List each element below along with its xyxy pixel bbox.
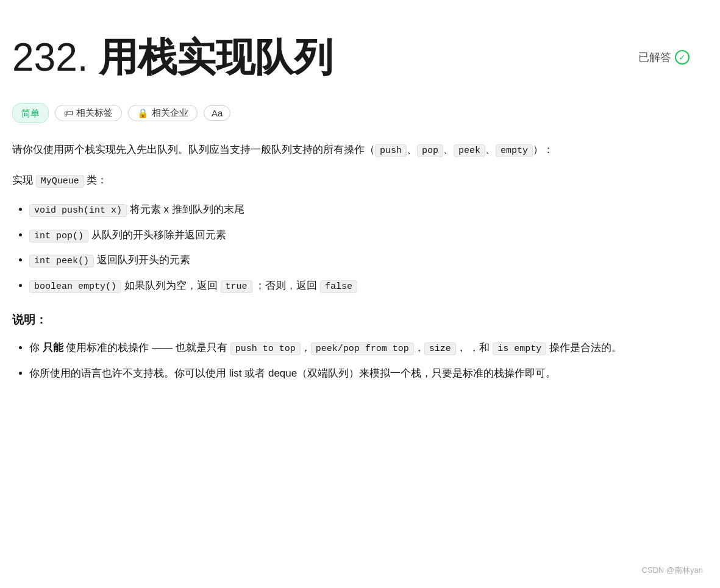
note1-end: 操作是合法的。	[549, 342, 622, 353]
size-code: size	[424, 342, 456, 355]
list-item: void push(int x) 将元素 x 推到队列的末尾	[29, 200, 690, 219]
note2-text: 你所使用的语言也许不支持栈。你可以使用 list 或者 deque（双端队列）来…	[29, 367, 556, 379]
method-false-code: false	[320, 280, 357, 293]
desc-mid1: 、	[407, 144, 417, 155]
list-item: int pop() 从队列的开头移除并返回元素	[29, 225, 690, 245]
push-code: push	[375, 144, 407, 157]
method-boolean-empty-desc-before: 如果队列为空，返回	[124, 280, 218, 291]
method-int-pop: int pop()	[29, 230, 88, 243]
problem-description: 请你仅使用两个栈实现先入先出队列。队列应当支持一般队列支持的所有操作（push、…	[12, 140, 690, 160]
myqueue-class-code: MyQueue	[36, 175, 84, 188]
peek-code: peek	[454, 144, 485, 157]
method-void-push: void push(int x)	[29, 204, 127, 217]
note1-prefix: 你	[29, 342, 40, 353]
related-tags-label: 相关标签	[76, 107, 113, 119]
font-size-button[interactable]: Aa	[204, 105, 230, 121]
note1-middle: 使用标准的栈操作 —— 也就是只有	[66, 342, 227, 353]
related-company-label: 相关企业	[152, 107, 188, 119]
related-company-button[interactable]: 🔒 相关企业	[128, 105, 198, 121]
desc-intro: 请你仅使用两个栈实现先入先出队列。队列应当支持一般队列支持的所有操作（	[12, 144, 375, 155]
list-item: boolean empty() 如果队列为空，返回 true ；否则，返回 fa…	[29, 276, 690, 296]
method-boolean-empty: boolean empty()	[29, 280, 121, 293]
problem-number: 232.	[12, 35, 88, 79]
footer-credit: CSDN @南林yan	[641, 564, 703, 577]
desc-outro: ）：	[533, 144, 554, 155]
list-item: 你所使用的语言也许不支持栈。你可以使用 list 或者 deque（双端队列）来…	[29, 364, 690, 383]
implement-section: 实现 MyQueue 类：	[12, 171, 690, 190]
problem-title-text: 用栈实现队列	[99, 35, 333, 79]
method-true-code: true	[221, 280, 252, 293]
desc-mid2: 、	[443, 144, 454, 155]
methods-list: void push(int x) 将元素 x 推到队列的末尾 int pop()…	[12, 200, 690, 296]
implement-prefix: 实现	[12, 174, 33, 186]
empty-code: empty	[496, 144, 533, 157]
problem-title: 232. 用栈实现队列	[12, 24, 333, 91]
peek-pop-from-top-code: peek/pop from top	[311, 342, 414, 355]
method-int-peek: int peek()	[29, 255, 94, 267]
method-int-peek-desc: 返回队列开头的元素	[97, 254, 190, 266]
notes-list: 你 只能 使用标准的栈操作 —— 也就是只有 push to top，peek/…	[12, 338, 690, 383]
related-tags-button[interactable]: 🏷 相关标签	[55, 105, 122, 121]
note-section-title: 说明：	[12, 310, 690, 330]
list-item: int peek() 返回队列开头的元素	[29, 250, 690, 270]
method-int-pop-desc: 从队列的开头移除并返回元素	[91, 229, 226, 241]
method-void-push-desc: 将元素 x 推到队列的末尾	[130, 204, 244, 215]
solved-check-icon: ✓	[675, 50, 690, 65]
desc-mid3: 、	[485, 144, 496, 155]
note1-suffix: ，和	[469, 342, 490, 353]
push-to-top-code: push to top	[230, 342, 301, 355]
problem-title-row: 232. 用栈实现队列 已解答 ✓	[12, 24, 690, 91]
lock-icon: 🔒	[137, 108, 149, 119]
tags-row: 简单 🏷 相关标签 🔒 相关企业 Aa	[12, 103, 690, 124]
method-boolean-empty-desc-mid: ；否则，返回	[255, 280, 317, 291]
solved-label: 已解答	[638, 48, 671, 67]
font-icon: Aa	[212, 108, 223, 118]
difficulty-tag[interactable]: 简单	[12, 103, 49, 124]
solved-badge: 已解答 ✓	[638, 48, 690, 67]
tag-icon: 🏷	[64, 108, 73, 118]
implement-suffix: 类：	[87, 174, 107, 186]
note1-bold: 只能	[43, 342, 63, 353]
pop-code: pop	[417, 144, 443, 157]
list-item: 你 只能 使用标准的栈操作 —— 也就是只有 push to top，peek/…	[29, 338, 690, 358]
is-empty-code: is empty	[493, 342, 546, 355]
